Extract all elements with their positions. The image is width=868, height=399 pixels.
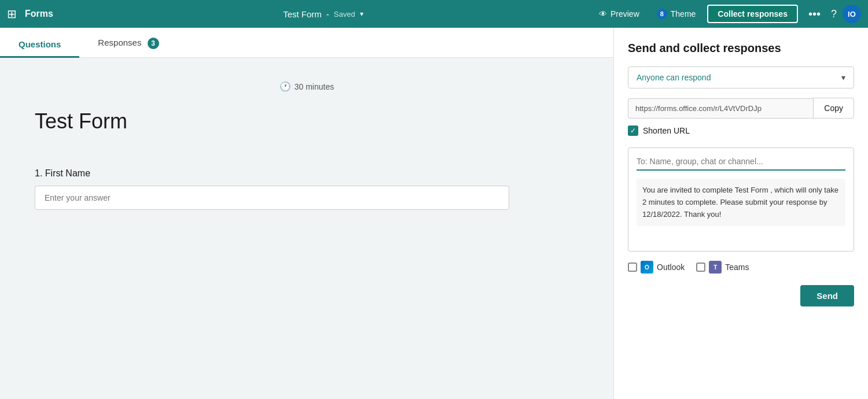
share-options-row: O Outlook T Teams — [628, 261, 854, 274]
topbar: ⊞ Forms Test Form - Saved ▾ 👁 Preview 8 … — [0, 0, 868, 28]
teams-checkbox[interactable] — [696, 263, 705, 272]
theme-label: Theme — [671, 9, 696, 19]
form-title-display: Test Form — [35, 109, 579, 134]
question-number: 1. — [35, 168, 42, 178]
saved-status: Saved — [334, 10, 355, 19]
preview-label: Preview — [610, 9, 639, 19]
shorten-url-label: Shorten URL — [643, 126, 690, 135]
theme-badge: 8 — [657, 9, 667, 19]
question-item-1: 1. First Name — [35, 168, 579, 210]
message-line1: You are invited to complete Test Form — [642, 186, 768, 194]
outlook-label: Outlook — [657, 263, 685, 272]
url-input[interactable] — [628, 98, 813, 119]
right-panel: Send and collect responses Anyone can re… — [613, 28, 868, 399]
topbar-left: ⊞ Forms — [7, 7, 53, 21]
topbar-center: Test Form - Saved ▾ — [283, 9, 363, 19]
question-text: First Name — [45, 168, 90, 178]
avatar[interactable]: IO — [843, 5, 861, 23]
chevron-down-icon: ▾ — [841, 73, 845, 82]
copy-button[interactable]: Copy — [813, 98, 854, 119]
panel-title: Send and collect responses — [628, 42, 854, 55]
time-estimate: 30 minutes — [295, 82, 334, 91]
send-button[interactable]: Send — [800, 285, 854, 306]
respond-selector[interactable]: Anyone can respond ▾ — [628, 66, 854, 88]
clock-icon: 🕐 — [279, 81, 291, 92]
teams-option[interactable]: T Teams — [696, 261, 749, 274]
url-row: Copy — [628, 98, 854, 119]
more-options-button[interactable]: ••• — [804, 5, 825, 23]
question-label-1: 1. First Name — [35, 168, 579, 179]
tab-questions-label: Questions — [19, 39, 61, 49]
form-content: 🕐 30 minutes Test Form 1. First Name — [0, 58, 613, 399]
send-row: Send — [628, 285, 854, 306]
main-layout: Questions Responses 3 🕐 30 minutes Test … — [0, 28, 868, 399]
tab-responses[interactable]: Responses 3 — [79, 31, 177, 58]
saved-dropdown[interactable]: ▾ — [360, 10, 363, 18]
teams-icon: T — [709, 261, 722, 274]
theme-button[interactable]: 8 Theme — [651, 6, 702, 21]
shorten-url-checkbox[interactable]: ✓ — [628, 125, 638, 136]
responses-badge: 3 — [148, 38, 159, 49]
shorten-url-row: ✓ Shorten URL — [628, 125, 854, 136]
teams-label: Teams — [725, 263, 749, 272]
form-editor: Questions Responses 3 🕐 30 minutes Test … — [0, 28, 613, 399]
help-icon[interactable]: ? — [831, 8, 837, 20]
tabs-bar: Questions Responses 3 — [0, 28, 613, 58]
question-input-1[interactable] — [35, 186, 509, 210]
separator: - — [326, 9, 329, 19]
message-body: You are invited to complete Test Form , … — [637, 179, 845, 226]
preview-icon: 👁 — [599, 9, 607, 19]
outlook-icon: O — [641, 261, 653, 274]
outlook-option[interactable]: O Outlook — [628, 261, 685, 274]
message-box: You are invited to complete Test Form , … — [628, 147, 854, 252]
waffle-icon[interactable]: ⊞ — [7, 7, 17, 21]
outlook-checkbox[interactable] — [628, 263, 637, 272]
form-title: Test Form — [283, 9, 322, 19]
tab-responses-label: Responses — [98, 38, 141, 47]
checkmark-icon: ✓ — [630, 127, 636, 135]
collect-responses-button[interactable]: Collect responses — [707, 5, 798, 23]
app-title: Forms — [25, 9, 53, 19]
preview-button[interactable]: 👁 Preview — [593, 7, 645, 21]
tab-questions[interactable]: Questions — [0, 32, 79, 58]
respond-label: Anyone can respond — [637, 73, 711, 82]
time-indicator: 🕐 30 minutes — [35, 81, 579, 92]
to-field[interactable] — [637, 157, 845, 171]
topbar-right: 👁 Preview 8 Theme Collect responses ••• … — [593, 5, 861, 23]
